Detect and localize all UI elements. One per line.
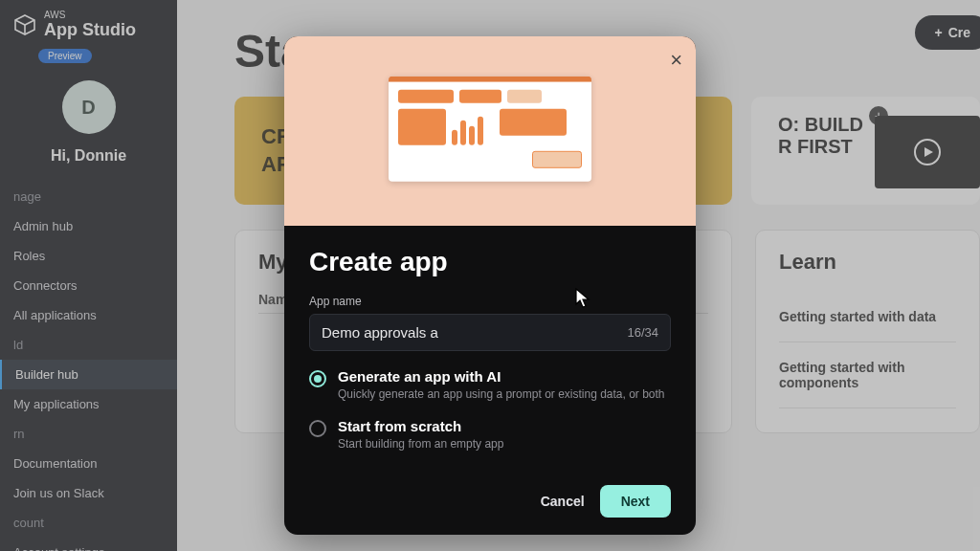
wireframe-illustration <box>389 77 591 182</box>
option1-sub: Quickly generate an app using a prompt o… <box>338 387 665 401</box>
create-app-modal: × Create app App name 16/34 <box>284 36 696 535</box>
cancel-button[interactable]: Cancel <box>541 494 585 509</box>
app-name-input[interactable] <box>322 324 627 341</box>
modal-hero: × <box>284 36 696 226</box>
modal-actions: Cancel Next <box>309 485 671 518</box>
option2-sub: Start building from an empty app <box>338 437 503 451</box>
app-name-label: App name <box>309 295 671 308</box>
option2-title: Start from scratch <box>338 418 503 434</box>
app-name-input-wrap: 16/34 <box>309 314 671 351</box>
option-generate-ai[interactable]: Generate an app with AI Quickly generate… <box>309 368 671 401</box>
close-icon[interactable]: × <box>670 48 682 73</box>
radio-unselected-icon <box>309 420 326 437</box>
modal-title: Create app <box>309 247 671 277</box>
option1-title: Generate an app with AI <box>338 368 665 385</box>
next-button[interactable]: Next <box>600 485 671 518</box>
option-from-scratch[interactable]: Start from scratch Start building from a… <box>309 418 671 451</box>
modal-scrim[interactable]: × Create app App name 16/34 <box>0 0 980 551</box>
modal-body: Create app App name 16/34 Generate an ap… <box>284 226 696 535</box>
radio-selected-icon <box>309 370 326 387</box>
char-counter: 16/34 <box>627 325 658 340</box>
